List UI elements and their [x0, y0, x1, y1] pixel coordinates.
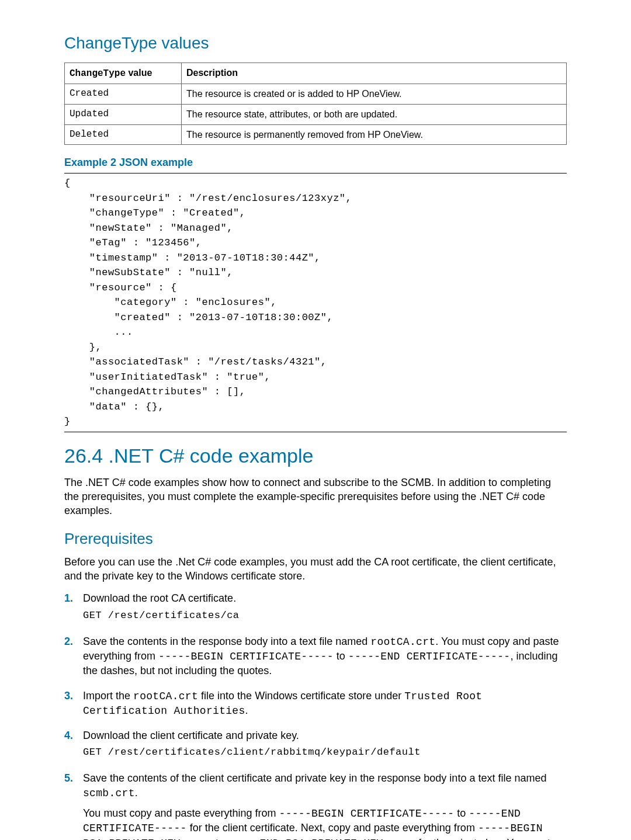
divider — [64, 432, 567, 432]
table-header-col2: Description — [182, 63, 567, 84]
table-row: Deleted The resource is permanently remo… — [65, 124, 567, 145]
step-number: 5. — [64, 771, 83, 840]
table-header-col1-suffix: value — [126, 68, 152, 78]
step-number: 1. — [64, 591, 83, 627]
prerequisites-list: 1. Download the root CA certificate. GET… — [64, 591, 567, 840]
example-title: Example 2 JSON example — [64, 155, 567, 169]
step-text: Download the root CA certificate. — [83, 591, 567, 605]
list-item: 3. Import the rootCA.crt file into the W… — [64, 689, 567, 722]
step-number: 2. — [64, 634, 83, 682]
cell-value: Created — [65, 84, 182, 105]
divider — [64, 173, 567, 173]
list-item: 4. Download the client certificate and p… — [64, 728, 567, 764]
cell-desc: The resource state, attributes, or both … — [182, 104, 567, 124]
cell-value: Updated — [65, 104, 182, 124]
step-text: Save the contents in the response body i… — [83, 634, 567, 678]
cell-value: Deleted — [65, 124, 182, 145]
prerequisites-heading: Prerequisites — [64, 529, 567, 549]
step-text: Import the rootCA.crt file into the Wind… — [83, 689, 567, 718]
list-item: 1. Download the root CA certificate. GET… — [64, 591, 567, 627]
json-example-code: { "resourceUri" : "/rest/enclosures/123x… — [64, 176, 567, 429]
cell-desc: The resource is created or is added to H… — [182, 84, 567, 105]
step-number: 3. — [64, 689, 83, 722]
changetype-table: ChangeType value Description Created The… — [64, 63, 567, 145]
heading-changetype-values: ChangeType values — [64, 32, 567, 54]
list-item: 2. Save the contents in the response bod… — [64, 634, 567, 682]
list-item: 5. Save the contents of the client certi… — [64, 771, 567, 840]
step-text: Download the client certificate and priv… — [83, 728, 567, 742]
step-code: GET /rest/certificates/ca — [83, 609, 567, 623]
cell-desc: The resource is permanently removed from… — [182, 124, 567, 145]
step-text: Save the contents of the client certific… — [83, 771, 567, 800]
table-row: Created The resource is created or is ad… — [65, 84, 567, 105]
step-number: 4. — [64, 728, 83, 764]
table-header-col1-code: ChangeType — [70, 68, 126, 79]
table-row: Updated The resource state, attributes, … — [65, 104, 567, 124]
step-code: GET /rest/certificates/client/rabbitmq/k… — [83, 746, 567, 759]
section-heading: 26.4 .NET C# code example — [64, 443, 567, 470]
prerequisites-intro: Before you can use the .Net C# code exam… — [64, 555, 567, 584]
step-text: You must copy and paste everything from … — [83, 806, 567, 840]
section-intro: The .NET C# code examples show how to co… — [64, 475, 567, 518]
